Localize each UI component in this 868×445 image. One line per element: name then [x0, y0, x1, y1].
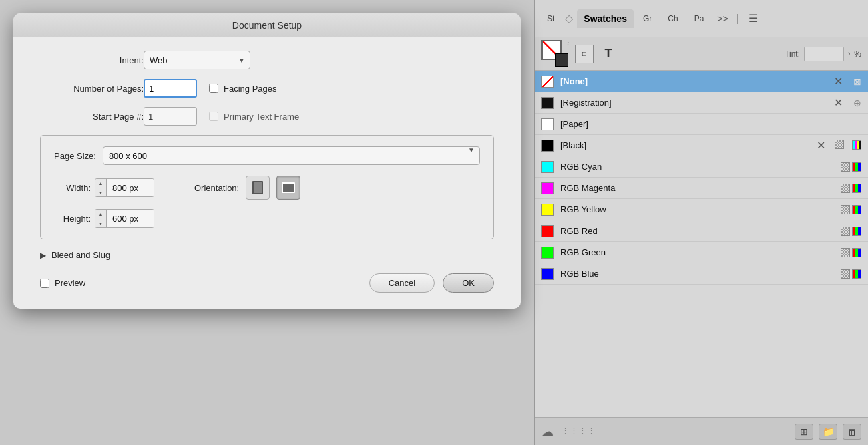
swatch-registration-name: [Registration]: [560, 98, 827, 108]
black-mode-icons: [835, 140, 844, 151]
height-up-button[interactable]: ▲: [95, 209, 106, 218]
swatch-paper-row[interactable]: [Paper]: [535, 114, 868, 135]
percent-sign: %: [854, 49, 861, 59]
document-setup-dialog: Document Setup Intent: Web Print Mobile …: [13, 13, 521, 309]
ok-button[interactable]: OK: [443, 273, 494, 293]
width-arrows: ▲ ▼: [95, 178, 107, 197]
blue-grid-icon: [841, 269, 850, 279]
tab-separator-1: ◇: [565, 12, 573, 25]
swatch-red-row[interactable]: RGB Red: [535, 220, 868, 242]
swatch-none-name: [None]: [560, 76, 827, 86]
cyan-mode-icons: [841, 162, 861, 172]
swatch-green-row[interactable]: RGB Green: [535, 242, 868, 263]
swatch-black-name: [Black]: [560, 140, 810, 150]
facing-pages-checkbox[interactable]: [209, 84, 218, 93]
new-group-button[interactable]: ⊞: [795, 424, 813, 440]
width-label: Width:: [54, 183, 91, 193]
start-label: Start Page #:: [40, 112, 144, 122]
swatch-cyan-row[interactable]: RGB Cyan: [535, 156, 868, 178]
tab-gr[interactable]: Gr: [636, 10, 658, 27]
tab-swatches[interactable]: Swatches: [577, 9, 634, 28]
text-type-button[interactable]: T: [599, 45, 618, 63]
bleed-row[interactable]: ▶ Bleed and Slug: [40, 250, 494, 260]
start-page-input[interactable]: [144, 107, 197, 126]
blue-mode-icons: [841, 269, 861, 279]
page-size-select-wrap: 800 x 600 1024 x 768 1280 x 800 Custom ▼: [103, 146, 480, 165]
width-input[interactable]: [107, 178, 154, 197]
green-color-bars: [852, 248, 861, 257]
magenta-grid-icon: [841, 184, 850, 193]
primary-text-label: Primary Text Frame: [224, 112, 299, 122]
orientation-group: Orientation:: [194, 176, 300, 200]
swatch-blue-row[interactable]: RGB Blue: [535, 263, 868, 285]
fill-type-button[interactable]: □: [575, 45, 594, 63]
dialog-titlebar: Document Setup: [13, 13, 521, 37]
cancel-button[interactable]: Cancel: [369, 273, 435, 293]
green-grid-icon: [841, 248, 850, 257]
tab-ch[interactable]: Ch: [661, 10, 684, 27]
swatch-none-row[interactable]: [None] ✕ ⊠: [535, 71, 868, 92]
height-arrows: ▲ ▼: [95, 209, 107, 228]
width-up-button[interactable]: ▲: [95, 178, 106, 188]
swatches-panel: St ◇ Swatches Gr Ch Pa >> | ☰ ↕ □: [534, 0, 868, 445]
dialog-backdrop: Document Setup Intent: Web Print Mobile …: [0, 0, 534, 445]
tint-input[interactable]: [804, 47, 844, 61]
swatch-red-color: [541, 225, 554, 237]
landscape-button[interactable]: [276, 176, 300, 200]
dialog-footer: Preview Cancel OK: [13, 273, 521, 293]
cloud-icon[interactable]: ☁: [541, 424, 554, 439]
red-color-bars: [852, 227, 861, 236]
primary-text-checkbox[interactable]: [209, 112, 218, 121]
magenta-mode-icons: [841, 184, 861, 193]
swatch-preview[interactable]: ↕: [541, 40, 570, 68]
delete-swatch-button[interactable]: 🗑: [843, 424, 861, 440]
dimensions-row: Width: ▲ ▼ Orientation:: [54, 176, 480, 200]
swatch-registration-row[interactable]: [Registration] ✕ ⊕: [535, 92, 868, 114]
start-page-row: Start Page #: Primary Text Frame: [40, 107, 494, 126]
yellow-grid-icon: [841, 205, 850, 214]
black-color-bars: [852, 140, 861, 151]
footer-drag-handle: ⋮⋮⋮⋮: [562, 427, 596, 436]
registration-x-icon: ✕: [834, 96, 843, 109]
height-row: Height: ▲ ▼: [54, 209, 480, 228]
page-size-section: Page Size: 800 x 600 1024 x 768 1280 x 8…: [40, 135, 494, 239]
black-color-bars-inner: [852, 140, 861, 150]
intent-label: Intent:: [40, 55, 144, 65]
pages-label: Number of Pages:: [40, 84, 144, 94]
intent-row: Intent: Web Print Mobile ▼: [40, 51, 494, 69]
fill-square-icon: □: [582, 50, 586, 57]
swatch-magenta-color: [541, 182, 554, 194]
landscape-icon: [282, 182, 295, 193]
red-grid-icon: [841, 227, 850, 236]
new-folder-button[interactable]: 📁: [819, 424, 837, 440]
tab-st[interactable]: St: [540, 10, 561, 27]
tint-section: Tint: › %: [785, 47, 861, 61]
height-stepper: ▲ ▼: [95, 209, 154, 228]
panel-menu-icon[interactable]: ☰: [744, 9, 762, 27]
swatch-black-row[interactable]: [Black] ✕: [535, 135, 868, 156]
tab-more-button[interactable]: >>: [713, 11, 732, 27]
swatch-yellow-row[interactable]: RGB Yellow: [535, 199, 868, 220]
swatch-none-color: [541, 76, 554, 88]
panel-footer: ☁ ⋮⋮⋮⋮ ⊞ 📁 🗑: [535, 417, 868, 445]
bleed-chevron-icon: ▶: [40, 251, 46, 260]
red-mode-icons: [841, 227, 861, 236]
height-input[interactable]: [107, 209, 154, 228]
intent-select[interactable]: Web Print Mobile: [144, 51, 250, 69]
swatch-magenta-row[interactable]: RGB Magenta: [535, 178, 868, 199]
tint-label: Tint:: [785, 49, 800, 59]
pages-row: Number of Pages: Facing Pages: [40, 79, 494, 98]
pages-input[interactable]: [144, 79, 197, 98]
page-size-label: Page Size:: [54, 151, 96, 161]
width-down-button[interactable]: ▼: [95, 188, 106, 197]
swatch-registration-color: [541, 97, 554, 109]
swatch-cyan-color: [541, 161, 554, 173]
page-size-select[interactable]: 800 x 600 1024 x 768 1280 x 800 Custom: [103, 146, 480, 165]
height-down-button[interactable]: ▼: [95, 218, 106, 228]
portrait-button[interactable]: [246, 176, 270, 200]
tab-pa[interactable]: Pa: [688, 10, 711, 27]
preview-checkbox[interactable]: [40, 279, 49, 288]
swatch-paper-name: [Paper]: [560, 119, 861, 129]
panel-toolbar: ↕ □ T Tint: › %: [535, 37, 868, 71]
tint-arrow-icon: ›: [848, 50, 850, 57]
